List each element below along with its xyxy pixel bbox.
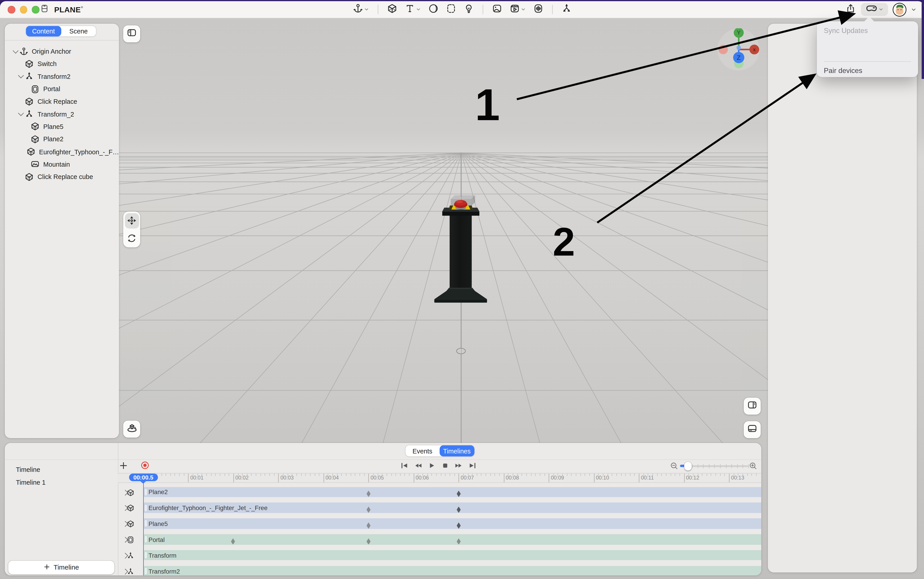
clip-start-handle[interactable] [145,488,147,496]
clip-start-handle[interactable] [145,551,147,559]
rotate-tool-button[interactable] [123,233,140,245]
sidebar-item-plane2[interactable]: Plane2 [5,133,119,146]
ruler-minor-tick [292,473,293,476]
clip-start-handle[interactable] [145,567,147,575]
timeline-track-plane2[interactable]: Plane2 [118,487,761,497]
keyframe-diamond[interactable] [367,520,370,531]
toolbar-button-lightbulb[interactable] [464,3,474,15]
keyframe-diamond[interactable] [367,505,370,515]
sidebar-item-origin-anchor[interactable]: Origin Anchor [5,45,119,58]
timeline-ruler[interactable]: 00:0100:0200:0300:0400:0500:0600:0700:08… [118,473,761,483]
timeline-list-item[interactable]: Timeline [16,466,40,473]
share-button[interactable] [845,3,856,15]
ruler-minor-tick [364,473,365,476]
toolbar-button-frame[interactable] [446,3,456,15]
sidebar-item-label: Transform2 [38,73,70,80]
tab-scene[interactable]: Scene [61,26,96,37]
viewport-tool-pill [123,211,140,247]
ruler-minor-tick [562,473,563,476]
ruler-minor-tick [175,473,175,476]
toolbar-button-cube[interactable] [387,3,397,15]
cube-icon [127,520,134,530]
clip-start-handle[interactable] [145,535,147,543]
zoom-in-button[interactable] [749,461,757,472]
toggle-right-panel-button[interactable] [743,397,760,414]
clip-start-handle[interactable] [145,520,147,527]
timeline-track-eurofighter-typhoon-fighter-jet-free[interactable]: Eurofighter_Typhoon_-_Fighter_Jet_-_Free [118,503,761,513]
track-band[interactable] [144,487,762,497]
keyframe-diamond[interactable] [457,505,460,515]
disclosure-chevron-icon[interactable] [12,49,19,53]
account-avatar[interactable] [893,3,906,15]
ruler-minor-tick [742,473,743,476]
timeline-list-item[interactable]: Timeline 1 [16,479,46,486]
sidebar-item-transform2[interactable]: Transform2 [5,70,119,83]
track-band[interactable] [144,566,762,576]
move-tool-button[interactable] [123,216,140,228]
orientation-gizmo[interactable]: YxZ [717,28,760,71]
sidebar-item-transform-2[interactable]: Transform_2 [5,108,119,120]
toolbar-button-hierarchy[interactable] [561,3,572,15]
clip-start-handle[interactable] [145,504,147,512]
annotation-number-1: 1 [475,82,500,127]
hierarchy-icon [127,567,134,576]
stop-button[interactable] [441,461,450,472]
keyframe-diamond[interactable] [231,536,235,547]
orbit-view-button[interactable] [123,420,140,438]
keyframe-diamond[interactable] [367,536,370,547]
sidebar-item-click-replace[interactable]: Click Replace [5,95,119,108]
skip-to-start-button[interactable] [400,461,409,472]
track-band[interactable] [144,518,762,529]
timeline-track-transform2[interactable]: Transform2 [118,566,761,576]
account-chevron-icon[interactable] [911,7,916,12]
fast-forward-button[interactable] [454,461,463,472]
menu-item-pair-devices[interactable]: Pair devices [824,66,911,75]
keyframe-diamond[interactable] [457,536,460,547]
hierarchy-icon [127,551,134,562]
record-button[interactable] [140,461,150,472]
toolbar-button-anchor[interactable] [353,3,369,15]
toolbar-divider [482,5,483,14]
sidebar-item-mountain[interactable]: Mountain [5,158,119,170]
tab-content[interactable]: Content [26,26,61,37]
disclosure-chevron-icon[interactable] [18,74,25,79]
timeline-track-transform[interactable]: Transform [118,550,761,560]
zoom-out-button[interactable] [670,461,678,472]
toolbar-button-sphere[interactable] [428,3,438,15]
ruler-minor-tick [197,473,198,476]
ruler-minor-tick [553,473,554,476]
add-timeline-button[interactable]: Timeline [8,560,115,574]
toggle-left-panel-button[interactable] [123,25,140,43]
skip-to-end-button[interactable] [468,461,477,472]
keyframe-diamond[interactable] [457,489,460,499]
ruler-minor-tick [558,473,559,476]
keyframe-diamond[interactable] [457,520,460,531]
playhead-time-badge[interactable]: 00:00.5 [129,473,157,481]
sidebar-item-eurofighter-typhoon-f-[interactable]: Eurofighter_Typhoon_-_F… [5,145,119,158]
toggle-bottom-panel-button[interactable] [743,421,760,438]
timeline-track-portal[interactable]: Portal [118,534,761,545]
tab-timelines[interactable]: Timelines [440,446,474,456]
track-band[interactable] [144,550,762,560]
sidebar-item-plane5[interactable]: Plane5 [5,120,119,133]
keyframe-diamond[interactable] [367,489,370,499]
device-preview-button[interactable] [861,3,888,16]
sidebar-item-portal[interactable]: Portal [5,83,119,95]
sidebar-item-click-replace-cube[interactable]: Click Replace cube [5,170,119,183]
play-button[interactable] [427,461,436,472]
tab-events[interactable]: Events [405,446,439,456]
toolbar-button-text[interactable] [405,3,420,15]
toolbar-button-photo[interactable] [491,3,502,15]
add-track-button[interactable] [119,461,128,472]
ruler-minor-tick [580,473,581,476]
timeline-track-plane5[interactable]: Plane5 [118,518,761,529]
track-band[interactable] [144,534,762,545]
disclosure-chevron-icon[interactable] [18,112,25,116]
toolbar-button-audio[interactable] [533,3,543,15]
toolbar-button-video[interactable] [510,3,525,15]
zoom-slider-thumb[interactable] [684,462,692,471]
sidebar-item-switch[interactable]: Switch [5,57,119,70]
plus-icon [119,461,128,472]
rewind-button[interactable] [414,461,423,472]
playhead-line[interactable] [143,481,144,576]
